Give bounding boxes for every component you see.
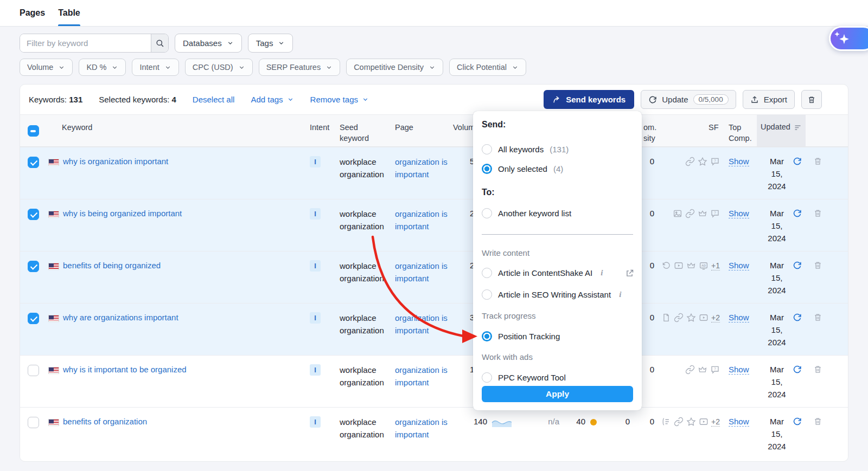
search-button[interactable] [151,34,168,52]
comment-icon [710,209,720,218]
kd-filter[interactable]: KD % [79,59,126,76]
radio-another-keyword-list[interactable] [482,208,492,218]
column-seed-keyword[interactable]: Seed keyword [340,122,373,144]
page-link[interactable]: organization is important [395,312,450,337]
delete-row-icon[interactable] [813,313,822,322]
radio-contentshake[interactable] [482,268,492,278]
tab-table[interactable]: Table [58,0,80,26]
chevron-down-icon [429,64,436,71]
column-top-competitors[interactable]: Top Comp. [729,122,755,144]
delete-row-icon[interactable] [813,157,822,166]
export-button[interactable]: Export [743,90,795,109]
serp-features-filter[interactable]: SERP Features [259,59,340,76]
remove-tags-link[interactable]: Remove tags [310,95,369,104]
option-contentshake-label: Article in ContentShake AI [498,268,592,278]
keyword-link[interactable]: why is being organized important [63,209,182,218]
option-only-selected[interactable]: Only selected (4) [482,164,563,174]
serp-features-icons [656,157,720,166]
option-another-keyword-list[interactable]: Another keyword list [482,208,571,218]
option-contentshake[interactable]: Article in ContentShake AI i [482,268,603,278]
updated-date: Mar 15, 2024 [763,259,790,296]
show-top-competitors-link[interactable]: Show [729,209,749,218]
option-all-keywords[interactable]: All keywords (131) [482,144,569,154]
row-checkbox[interactable] [28,417,39,428]
column-keyword[interactable]: Keyword [62,122,92,133]
show-top-competitors-link[interactable]: Show [729,313,749,322]
keyword-link[interactable]: why are organizations important [63,313,178,322]
show-top-competitors-link[interactable]: Show [729,157,749,166]
option-position-tracking[interactable]: Position Tracking [482,331,560,341]
show-top-competitors-link[interactable]: Show [729,261,749,270]
info-icon[interactable]: i [619,290,621,299]
kd-difficulty-dot [590,419,597,425]
refresh-row-icon[interactable] [793,261,802,270]
tab-pages[interactable]: Pages [20,0,45,26]
refresh-row-icon[interactable] [793,313,802,322]
more-serp-features-link[interactable]: +1 [711,261,720,270]
column-intent[interactable]: Intent [310,122,329,133]
radio-seo-writing-assistant[interactable] [482,289,492,300]
radio-position-tracking[interactable] [482,331,492,341]
keyword-link[interactable]: why is organization important [63,157,168,166]
option-seo-writing-assistant[interactable]: Article in SEO Writing Assistant i [482,289,621,300]
page-link[interactable]: organization is important [395,156,450,180]
send-keywords-button[interactable]: Send keywords [544,90,634,109]
refresh-row-icon[interactable] [793,209,802,218]
cpc-filter[interactable]: CPC (USD) [185,59,253,76]
delete-row-icon[interactable] [813,209,822,218]
refresh-row-icon[interactable] [793,417,802,426]
deselect-all-link[interactable]: Deselect all [193,95,235,104]
row-checkbox[interactable] [28,313,39,324]
keyword-link[interactable]: why is it important to be organized [63,365,187,374]
column-page[interactable]: Page [395,122,413,133]
update-button[interactable]: Update0/5,000 [641,90,736,109]
keyword-link[interactable]: benefits of being organized [63,261,161,270]
info-icon[interactable]: i [601,268,603,278]
volume-filter[interactable]: Volume [20,59,73,76]
delete-row-icon[interactable] [813,261,822,270]
column-competitive-density[interactable]: om. sity [643,122,663,144]
crown-icon [686,261,696,270]
delete-row-icon[interactable] [813,365,822,374]
tags-filter[interactable]: Tags [248,34,293,53]
page-link[interactable]: organization is important [395,364,450,389]
delete-row-icon[interactable] [813,417,822,426]
refresh-row-icon[interactable] [793,157,802,166]
page-link[interactable]: organization is important [395,208,450,233]
show-top-competitors-link[interactable]: Show [729,417,749,427]
click-potential-filter[interactable]: Click Potential [449,59,526,76]
more-serp-features-link[interactable]: +2 [711,313,720,322]
ai-assistant-button[interactable] [829,26,868,51]
option-seo-writing-assistant-label: Article in SEO Writing Assistant [498,290,611,299]
row-checkbox[interactable] [28,157,39,168]
refresh-row-icon[interactable] [793,365,802,374]
chevron-down-icon [238,64,245,71]
page-link[interactable]: organization is important [395,416,450,441]
option-ppc-keyword-tool[interactable]: PPC Keyword Tool [482,372,566,383]
column-serp-features[interactable]: SF [709,122,719,133]
intent-filter[interactable]: Intent [132,59,178,76]
link-icon [674,417,684,427]
row-checkbox[interactable] [28,209,39,220]
row-checkbox[interactable] [28,365,39,376]
export-label: Export [764,95,787,104]
select-all-checkbox[interactable] [28,125,39,137]
row-checkbox[interactable] [28,261,39,272]
updated-date: Mar 15, 2024 [763,155,790,192]
apply-button[interactable]: Apply [482,386,633,402]
add-tags-link[interactable]: Add tags [251,95,293,104]
table-toolbar: Keywords: 131 Selected keywords: 4 Desel… [20,85,848,114]
external-link-icon[interactable] [625,269,634,278]
keyword-link[interactable]: benefits of organization [63,417,147,426]
radio-all-keywords[interactable] [482,144,492,154]
competitive-density-filter[interactable]: Competitive Density [346,59,443,76]
radio-only-selected[interactable] [482,164,492,174]
delete-button[interactable] [801,90,822,109]
keyword-filter-input[interactable] [20,34,151,52]
more-serp-features-link[interactable]: +2 [711,417,720,427]
show-top-competitors-link[interactable]: Show [729,365,749,375]
page-link[interactable]: organization is important [395,260,450,285]
column-updated[interactable]: Updated [757,115,806,146]
databases-filter[interactable]: Databases [175,34,242,53]
radio-ppc-keyword-tool[interactable] [482,372,492,383]
